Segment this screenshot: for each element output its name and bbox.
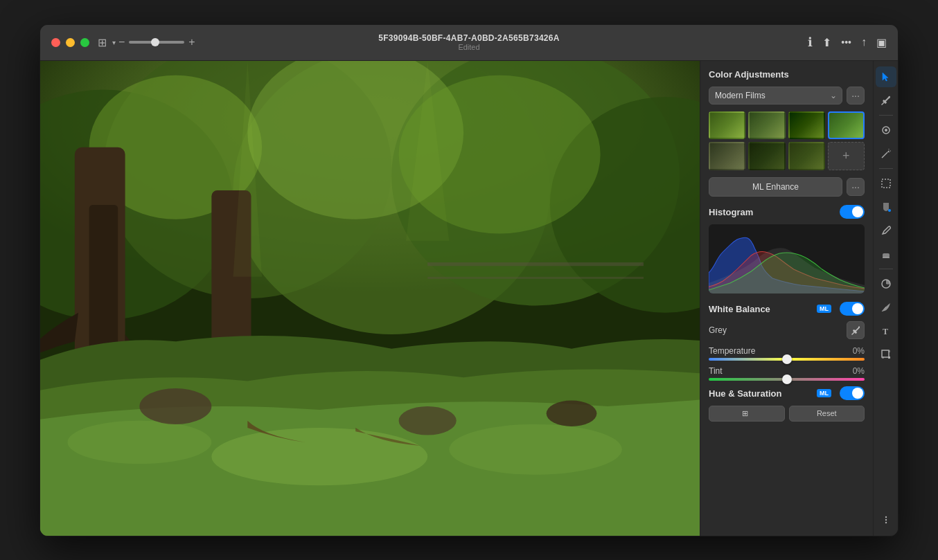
- white-balance-toggle[interactable]: [840, 302, 865, 316]
- panel-toggle-icon[interactable]: ▣: [876, 36, 887, 49]
- svg-rect-36: [882, 350, 889, 357]
- hue-saturation-title: Hue & Saturation: [709, 388, 781, 399]
- histogram-toggle[interactable]: [840, 205, 865, 219]
- preset-add-button[interactable]: +: [828, 142, 865, 170]
- app-window: ⊞ ▾ − + 5F39094B-50BF-4AB7-A0BD-2A565B73…: [39, 24, 899, 536]
- preset-thumb-1[interactable]: [709, 111, 745, 140]
- zoom-plus-button[interactable]: +: [188, 36, 195, 48]
- temperature-label: Temperature: [709, 346, 755, 356]
- svg-rect-31: [883, 253, 890, 258]
- tint-slider[interactable]: [709, 378, 865, 381]
- circle-tool-icon[interactable]: [876, 120, 896, 141]
- grey-label: Grey: [709, 325, 727, 335]
- sidebar-toggle-icon[interactable]: ⊞: [98, 36, 107, 49]
- fullscreen-button[interactable]: [80, 38, 89, 47]
- svg-point-17: [399, 406, 457, 435]
- tint-value: 0%: [853, 366, 865, 376]
- eyedropper-button[interactable]: [847, 321, 865, 339]
- wand-tool-icon[interactable]: [876, 143, 896, 164]
- svg-point-41: [885, 518, 886, 520]
- preset-thumb-3[interactable]: [788, 111, 825, 140]
- hue-saturation-header: Hue & Saturation ML: [709, 386, 865, 400]
- panel-title: Color Adjustments: [709, 69, 865, 80]
- preset-thumb-4[interactable]: [828, 111, 865, 140]
- preset-thumb-7[interactable]: [788, 142, 825, 170]
- title-bar: ⊞ ▾ − + 5F39094B-50BF-4AB7-A0BD-2A565B73…: [40, 25, 898, 61]
- window-subtitle: Edited: [378, 43, 560, 51]
- tint-thumb[interactable]: [782, 374, 792, 384]
- ml-enhance-button[interactable]: ML Enhance: [709, 177, 842, 197]
- pen-tool-icon[interactable]: [876, 220, 896, 241]
- zoom-control: − +: [118, 36, 195, 48]
- hue-saturation-section: Hue & Saturation ML ⊞ Reset: [709, 386, 865, 422]
- tint-row: Tint 0%: [709, 366, 865, 381]
- svg-point-29: [888, 209, 891, 212]
- minimize-button[interactable]: [66, 38, 75, 47]
- temperature-row: Temperature 0%: [709, 346, 865, 361]
- transform-icon[interactable]: [876, 344, 896, 365]
- share-icon[interactable]: ↑: [861, 36, 867, 48]
- hue-saturation-footer: ⊞ Reset: [709, 406, 865, 422]
- preset-selector: Modern Films ···: [709, 87, 865, 105]
- ml-enhance-row: ML Enhance ···: [709, 177, 865, 197]
- preset-more-button[interactable]: ···: [847, 87, 865, 105]
- svg-point-15: [449, 424, 621, 474]
- eraser-icon[interactable]: [876, 244, 896, 264]
- export-icon[interactable]: ⬆: [822, 36, 831, 49]
- preset-thumb-2[interactable]: [748, 111, 785, 140]
- cursor-tool-icon[interactable]: [876, 66, 896, 87]
- bottom-more-icon[interactable]: [876, 509, 896, 530]
- right-panel: Color Adjustments Modern Films ···: [700, 61, 873, 536]
- histogram-header: Histogram: [709, 205, 865, 219]
- preset-dropdown[interactable]: Modern Films: [709, 87, 842, 105]
- reset-button[interactable]: Reset: [789, 406, 865, 422]
- zoom-slider[interactable]: [129, 41, 184, 44]
- grid-icon: ⊞: [742, 409, 748, 418]
- photo-canvas: [40, 61, 700, 536]
- selection-tool-icon[interactable]: [876, 173, 896, 194]
- svg-point-14: [211, 428, 427, 485]
- text-tool-icon[interactable]: T: [876, 320, 896, 341]
- svg-point-13: [67, 420, 211, 463]
- svg-point-42: [885, 521, 886, 523]
- info-icon[interactable]: ℹ: [808, 35, 813, 50]
- grey-row: Grey: [709, 321, 865, 339]
- svg-point-16: [139, 388, 211, 424]
- hue-saturation-toggle[interactable]: [840, 386, 865, 400]
- adjustments-panel: Color Adjustments Modern Films ···: [700, 61, 873, 536]
- white-balance-title: White Balance: [709, 304, 770, 314]
- histogram-container: [709, 224, 865, 293]
- temperature-thumb[interactable]: [782, 354, 792, 364]
- more-options-icon[interactable]: •••: [841, 37, 851, 48]
- svg-point-40: [885, 516, 886, 517]
- svg-rect-38: [888, 350, 890, 352]
- color-circle-icon[interactable]: [876, 273, 896, 294]
- feather-icon[interactable]: [876, 297, 896, 318]
- window-title: 5F39094B-50BF-4AB7-A0BD-2A565B73426A: [378, 33, 560, 43]
- toolbar-separator-2: [879, 168, 893, 169]
- preset-thumb-6[interactable]: [748, 142, 785, 170]
- zoom-minus-button[interactable]: −: [118, 36, 125, 48]
- svg-text:T: T: [883, 327, 888, 336]
- hue-sat-grid-button[interactable]: ⊞: [709, 406, 785, 422]
- svg-rect-19: [427, 262, 644, 266]
- close-button[interactable]: [51, 38, 60, 47]
- svg-rect-37: [888, 356, 890, 359]
- svg-point-24: [885, 129, 887, 132]
- eyedropper-tool-icon[interactable]: [876, 90, 896, 111]
- tint-label: Tint: [709, 366, 723, 376]
- ml-enhance-more-button[interactable]: ···: [847, 178, 865, 196]
- toolbar-separator-1: [879, 115, 893, 116]
- paint-bucket-icon[interactable]: [876, 197, 896, 217]
- chevron-down-icon[interactable]: ▾: [112, 39, 116, 46]
- svg-rect-20: [427, 276, 644, 278]
- hue-saturation-ml-badge: ML: [817, 389, 831, 397]
- white-balance-header: White Balance ML: [709, 302, 865, 316]
- toolbar-left: ⊞ ▾: [98, 36, 116, 49]
- histogram-title: Histogram: [709, 207, 753, 217]
- temperature-slider[interactable]: [709, 358, 865, 361]
- right-toolbar: T: [873, 61, 898, 536]
- svg-line-25: [882, 152, 887, 158]
- preset-dropdown-wrapper[interactable]: Modern Films: [709, 87, 842, 105]
- preset-thumb-5[interactable]: [709, 142, 745, 170]
